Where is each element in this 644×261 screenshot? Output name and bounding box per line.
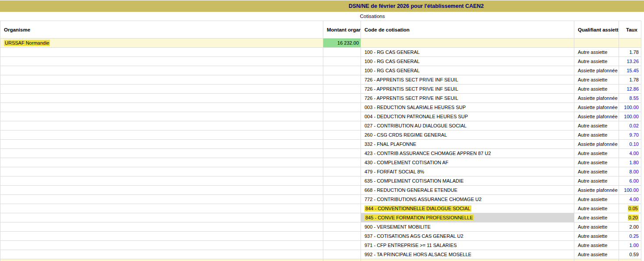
- qualifiant-assiette-cell[interactable]: Autre assiette: [574, 250, 619, 259]
- qualifiant-assiette-cell[interactable]: Autre assiette: [574, 241, 619, 250]
- cotisation-row[interactable]: 003 - REDUCTION SALARIALE HEURES SUPAssi…: [0, 103, 641, 112]
- cotisation-row[interactable]: 726 - APPRENTIS SECT PRIVE INF SEUILAutr…: [0, 75, 641, 85]
- taux-cell[interactable]: 0.20: [619, 213, 641, 222]
- qualifiant-assiette-cell[interactable]: Autre assiette: [574, 130, 619, 140]
- qualifiant-assiette-cell[interactable]: Assiette plafonnée: [574, 94, 619, 103]
- cotisation-row[interactable]: 668 - REDUCTION GENERALE ETENDUEAssiette…: [0, 186, 641, 195]
- cotisation-row[interactable]: 844 - CONVENTIONNELLE DIALOGUE SOCIALAut…: [0, 204, 641, 213]
- cotisation-row[interactable]: 332 - FNAL PLAFONNEAssiette plafonnée0.1…: [0, 140, 641, 149]
- code-cotisation-cell[interactable]: 479 - FORFAIT SOCIAL 8%: [361, 167, 574, 176]
- header-organisme[interactable]: Organisme: [0, 21, 323, 39]
- cotisation-row[interactable]: 430 - COMPLEMENT COTISATION AFAutre assi…: [0, 158, 641, 167]
- taux-cell[interactable]: 4.00: [619, 149, 641, 158]
- header-montant-organisme[interactable]: Montant organisme: [323, 21, 361, 39]
- qualifiant-assiette-cell[interactable]: Assiette plafonnée: [574, 66, 619, 75]
- code-cotisation-cell[interactable]: 100 - RG CAS GENERAL: [361, 48, 574, 57]
- cotisation-row[interactable]: 027 - CONTRIBUTION AU DIALOGUE SOCIALAut…: [0, 121, 641, 130]
- header-qualifiant-assiette[interactable]: Qualifiant assiette: [574, 21, 619, 39]
- organisme-cell[interactable]: URSSAF Normandie: [0, 39, 323, 48]
- cotisation-row[interactable]: 100 - RG CAS GENERALAutre assiette13.26: [0, 57, 641, 66]
- qualifiant-assiette-cell[interactable]: Autre assiette: [574, 149, 619, 158]
- code-cotisation-cell[interactable]: 423 - CONTRIB ASSURANCE CHOMAGE APPREN 8…: [361, 149, 574, 158]
- taux-cell[interactable]: 0.05: [619, 204, 641, 213]
- qualifiant-assiette-cell[interactable]: Assiette plafonnée: [574, 103, 619, 112]
- qualifiant-assiette-cell[interactable]: Autre assiette: [574, 222, 619, 232]
- code-cotisation-cell[interactable]: 726 - APPRENTIS SECT PRIVE INF SEUIL: [361, 75, 574, 85]
- qualifiant-assiette-cell[interactable]: Autre assiette: [574, 195, 619, 204]
- code-cotisation-cell[interactable]: 100 - RG CAS GENERAL: [361, 66, 574, 75]
- organisme-name[interactable]: URSSAF Normandie: [4, 40, 50, 46]
- taux-cell[interactable]: 1.80: [619, 158, 641, 167]
- cotisation-row[interactable]: 004 - DEDUCTION PATRONALE HEURES SUPAssi…: [0, 112, 641, 121]
- qualifiant-assiette-cell[interactable]: Autre assiette: [574, 158, 619, 167]
- montant-organisme-cell[interactable]: 16 232.00: [323, 39, 361, 48]
- cotisation-row[interactable]: 900 - VERSEMENT MOBILITEAutre assiette2.…: [0, 222, 641, 232]
- taux-cell[interactable]: 4.00: [619, 195, 641, 204]
- cotisation-row[interactable]: 635 - COMPLEMENT COTISATION MALADIEAutre…: [0, 176, 641, 186]
- code-cotisation-cell[interactable]: 992 - TA PRINCIPALE HORS ALSACE MOSELLE: [361, 250, 574, 259]
- qualifiant-assiette-cell[interactable]: Autre assiette: [574, 85, 619, 94]
- taux-cell[interactable]: 100.00: [619, 186, 641, 195]
- cotisation-row[interactable]: 100 - RG CAS GENERALAssiette plafonnée15…: [0, 66, 641, 75]
- taux-cell[interactable]: 1.78: [619, 75, 641, 85]
- code-cotisation-cell[interactable]: 004 - DEDUCTION PATRONALE HEURES SUP: [361, 112, 574, 121]
- cotisation-row[interactable]: 971 - CFP ENTREPRISE >= 11 SALARIESAutre…: [0, 241, 641, 250]
- cotisation-row[interactable]: 423 - CONTRIB ASSURANCE CHOMAGE APPREN 8…: [0, 149, 641, 158]
- qualifiant-assiette-cell[interactable]: Assiette plafonnée: [574, 186, 619, 195]
- qualifiant-assiette-cell[interactable]: Autre assiette: [574, 176, 619, 186]
- taux-cell[interactable]: 12.86: [619, 85, 641, 94]
- qualifiant-assiette-cell[interactable]: Autre assiette: [574, 204, 619, 213]
- code-cotisation-cell[interactable]: 003 - REDUCTION SALARIALE HEURES SUP: [361, 103, 574, 112]
- code-cotisation-cell[interactable]: 900 - VERSEMENT MOBILITE: [361, 222, 574, 232]
- code-cotisation-cell[interactable]: 726 - APPRENTIS SECT PRIVE INF SEUIL: [361, 85, 574, 94]
- cotisation-row[interactable]: 937 - COTISATIONS AGS CAS GENERAL U2Autr…: [0, 232, 641, 241]
- qualifiant-assiette-cell[interactable]: Assiette plafonnée: [574, 112, 619, 121]
- qualifiant-assiette-cell[interactable]: Autre assiette: [574, 232, 619, 241]
- cotisation-row[interactable]: 992 - TA PRINCIPALE HORS ALSACE MOSELLEA…: [0, 250, 641, 259]
- cotisation-row[interactable]: 726 - APPRENTIS SECT PRIVE INF SEUILAutr…: [0, 85, 641, 94]
- taux-cell[interactable]: 1.00: [619, 241, 641, 250]
- cotisation-row[interactable]: 100 - RG CAS GENERALAutre assiette1.78: [0, 48, 641, 57]
- taux-cell[interactable]: 0.25: [619, 232, 641, 241]
- taux-cell[interactable]: 0.59: [619, 250, 641, 259]
- qualifiant-assiette-cell[interactable]: Autre assiette: [574, 213, 619, 222]
- taux-cell[interactable]: 1.78: [619, 48, 641, 57]
- qualifiant-assiette-cell[interactable]: Assiette plafonnée: [574, 140, 619, 149]
- taux-cell[interactable]: 100.00: [619, 103, 641, 112]
- code-cotisation-cell[interactable]: 668 - REDUCTION GENERALE ETENDUE: [361, 186, 574, 195]
- taux-cell[interactable]: 6.00: [619, 176, 641, 186]
- cotisation-row[interactable]: 845 - CONVE FORMATION PROFESSIONNELLEAut…: [0, 213, 641, 222]
- taux-cell[interactable]: 2.00: [619, 222, 641, 232]
- qualifiant-assiette-cell[interactable]: Autre assiette: [574, 48, 619, 57]
- code-cotisation-cell[interactable]: 027 - CONTRIBUTION AU DIALOGUE SOCIAL: [361, 121, 574, 130]
- cotisation-row[interactable]: 772 - CONTRIBUTIONS ASSURANCE CHOMAGE U2…: [0, 195, 641, 204]
- header-taux[interactable]: Taux: [619, 21, 641, 39]
- code-cotisation-cell[interactable]: 772 - CONTRIBUTIONS ASSURANCE CHOMAGE U2: [361, 195, 574, 204]
- taux-cell[interactable]: 0.02: [619, 121, 641, 130]
- qualifiant-assiette-cell[interactable]: Autre assiette: [574, 121, 619, 130]
- taux-cell[interactable]: 13.26: [619, 57, 641, 66]
- cotisation-row[interactable]: 260 - CSG CRDS REGIME GENERALAutre assie…: [0, 130, 641, 140]
- taux-cell[interactable]: 0.10: [619, 140, 641, 149]
- code-cotisation-cell[interactable]: 260 - CSG CRDS REGIME GENERAL: [361, 130, 574, 140]
- code-cotisation-cell[interactable]: 635 - COMPLEMENT COTISATION MALADIE: [361, 176, 574, 186]
- taux-cell[interactable]: 100.00: [619, 112, 641, 121]
- taux-cell[interactable]: 8.55: [619, 94, 641, 103]
- taux-cell[interactable]: 9.70: [619, 130, 641, 140]
- taux-cell[interactable]: 8.00: [619, 167, 641, 176]
- code-cotisation-cell[interactable]: 845 - CONVE FORMATION PROFESSIONNELLE: [361, 213, 574, 222]
- code-cotisation-cell[interactable]: 100 - RG CAS GENERAL: [361, 57, 574, 66]
- qualifiant-assiette-cell[interactable]: Autre assiette: [574, 57, 619, 66]
- taux-cell[interactable]: 15.45: [619, 66, 641, 75]
- qualifiant-assiette-cell[interactable]: Autre assiette: [574, 167, 619, 176]
- cotisation-row[interactable]: 726 - APPRENTIS SECT PRIVE INF SEUILAssi…: [0, 94, 641, 103]
- header-code-cotisation[interactable]: Code de cotisation: [361, 21, 574, 39]
- cotisation-row[interactable]: 479 - FORFAIT SOCIAL 8%Autre assiette8.0…: [0, 167, 641, 176]
- code-cotisation-cell[interactable]: 430 - COMPLEMENT COTISATION AF: [361, 158, 574, 167]
- code-cotisation-cell[interactable]: 726 - APPRENTIS SECT PRIVE INF SEUIL: [361, 94, 574, 103]
- qualifiant-assiette-cell[interactable]: Autre assiette: [574, 75, 619, 85]
- code-cotisation-cell[interactable]: 937 - COTISATIONS AGS CAS GENERAL U2: [361, 232, 574, 241]
- organisme-row[interactable]: URSSAF Normandie 16 232.00: [0, 39, 641, 48]
- code-cotisation-cell[interactable]: 332 - FNAL PLAFONNE: [361, 140, 574, 149]
- code-cotisation-cell[interactable]: 844 - CONVENTIONNELLE DIALOGUE SOCIAL: [361, 204, 574, 213]
